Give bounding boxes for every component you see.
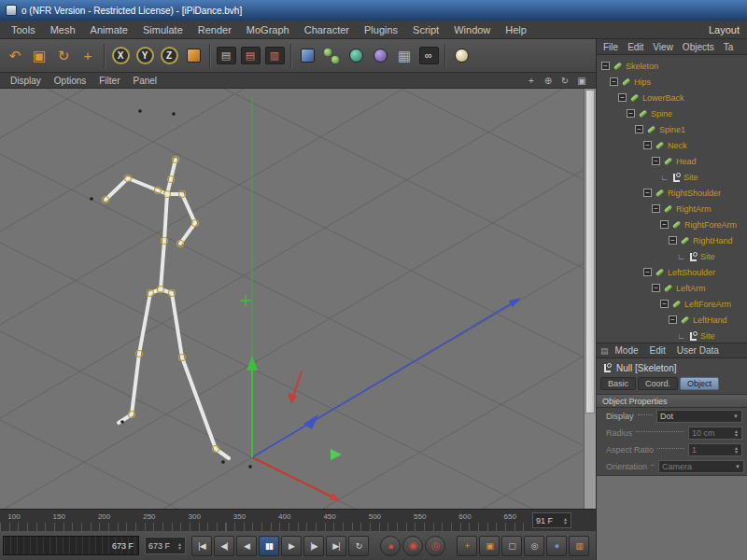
character-object-button[interactable] — [345, 43, 367, 69]
play-pause-button[interactable]: ▮▮ — [259, 536, 279, 556]
default-light-button[interactable] — [450, 43, 472, 69]
record-button[interactable]: ● — [380, 536, 401, 556]
move-tool-button[interactable]: + — [77, 43, 99, 69]
tree-item-lefthand[interactable]: −LeftHand — [599, 312, 747, 328]
tree-item-rightarm[interactable]: −RightArm — [599, 201, 747, 217]
expand-toggle[interactable]: − — [635, 125, 643, 133]
menu-script[interactable]: Script — [405, 22, 446, 37]
tab-coord-[interactable]: Coord. — [638, 377, 678, 390]
expand-toggle[interactable]: − — [618, 93, 627, 102]
expand-toggle[interactable]: − — [627, 109, 635, 118]
expand-toggle[interactable]: − — [601, 62, 610, 70]
tree-item-spine1[interactable]: −Spine1 — [599, 121, 747, 137]
expand-toggle[interactable]: − — [652, 204, 660, 213]
expand-toggle[interactable]: − — [669, 236, 677, 245]
manager-toggle-button[interactable]: ▥ — [569, 536, 589, 556]
tree-item-neck[interactable]: −Neck — [599, 137, 747, 153]
spinner-icon[interactable]: ▲▼ — [177, 542, 182, 550]
viewport-menu-filter[interactable]: Filter — [92, 76, 126, 86]
lock-z-button[interactable]: Z — [158, 43, 180, 69]
lock-y-button[interactable]: Y — [134, 43, 156, 69]
current-frame-field[interactable]: 673 F ▲▼ — [145, 537, 186, 554]
prev-frame-button[interactable]: ◀ — [236, 536, 257, 556]
pan-view-icon[interactable]: + — [525, 76, 538, 86]
floor-object-button[interactable]: ▦ — [393, 43, 416, 69]
key-scale-button[interactable]: ▣ — [479, 536, 500, 556]
property-input-radius[interactable]: 10 cm▲▼ — [688, 427, 742, 440]
constraint-button[interactable]: ∞ — [417, 43, 440, 69]
tree-item-spine[interactable]: −Spine — [599, 105, 747, 121]
tree-item-righthand[interactable]: −RightHand — [599, 232, 747, 248]
preview-range-field[interactable]: 91 F ▲▼ — [532, 512, 571, 528]
menu-mograph[interactable]: MoGraph — [239, 22, 297, 37]
zoom-view-icon[interactable]: ⊕ — [542, 76, 555, 86]
om-menu-edit[interactable]: Edit — [623, 42, 648, 52]
property-dropdown-display[interactable]: Dot▼ — [656, 410, 742, 423]
tree-item-leftforearm[interactable]: −LeftForeArm — [599, 296, 747, 312]
tree-item-hips[interactable]: −Hips — [599, 74, 747, 90]
viewport-menu-display[interactable]: Display — [4, 76, 48, 86]
selection-tool-button[interactable]: ▣ — [28, 43, 50, 69]
scrollbar-thumb[interactable] — [585, 90, 595, 413]
tree-item-lowerback[interactable]: −LowerBack — [599, 90, 747, 105]
viewport-menu-panel[interactable]: Panel — [127, 76, 164, 86]
tree-item-rightshoulder[interactable]: −RightShoulder — [599, 185, 747, 201]
spinner-icon[interactable]: ▲▼ — [563, 517, 568, 525]
tree-item-leftshoulder[interactable]: −LeftShoulder — [599, 264, 747, 280]
expand-toggle[interactable]: − — [643, 189, 652, 197]
menu-tools[interactable]: Tools — [4, 22, 43, 37]
key-rotation-button[interactable]: ▢ — [501, 536, 522, 556]
skeleton-object[interactable] — [90, 109, 252, 469]
spinner-icon[interactable]: ▲▼ — [734, 446, 739, 454]
menu-mesh[interactable]: Mesh — [43, 22, 83, 37]
render-settings-button[interactable]: ▥ — [263, 43, 286, 69]
loop-button[interactable]: ↻ — [348, 536, 369, 556]
rotate-view-icon[interactable]: ↻ — [558, 76, 571, 86]
menu-simulate[interactable]: Simulate — [135, 22, 190, 37]
maximize-view-icon[interactable]: ▣ — [575, 76, 588, 86]
expand-toggle[interactable]: − — [652, 157, 660, 165]
attr-menu-mode[interactable]: Mode — [611, 345, 643, 356]
attr-menu-user-data[interactable]: User Data — [672, 345, 724, 356]
tree-item-site[interactable]: ∟Site — [599, 328, 747, 343]
expand-toggle[interactable]: − — [660, 220, 669, 229]
spinner-icon[interactable]: ▲▼ — [734, 429, 739, 437]
render-view-button[interactable]: ▤ — [215, 43, 237, 69]
key-parameter-button[interactable]: ◎ — [524, 536, 544, 556]
tab-basic[interactable]: Basic — [600, 377, 636, 390]
coordinate-system-button[interactable] — [182, 43, 204, 69]
lock-x-button[interactable]: X — [109, 43, 132, 69]
tree-item-rightforearm[interactable]: −RightForeArm — [599, 217, 747, 232]
goto-start-button[interactable]: |◀ — [191, 536, 212, 556]
tree-item-skeleton[interactable]: −Skeleton — [599, 58, 747, 74]
tree-item-site[interactable]: ∟Site — [599, 248, 747, 264]
expand-toggle[interactable]: − — [660, 300, 669, 308]
prev-key-button[interactable]: ◀| — [214, 536, 234, 556]
next-frame-button[interactable]: ▶ — [281, 536, 302, 556]
layout-menu[interactable]: Layout — [709, 24, 743, 35]
rotate-tool-button[interactable]: ↻ — [52, 43, 75, 69]
timeline-scrubber[interactable]: 673 F — [3, 536, 139, 555]
menu-animate[interactable]: Animate — [83, 22, 135, 37]
tree-item-head[interactable]: −Head — [599, 153, 747, 169]
timeline-ruler[interactable]: 91 F ▲▼ 10015020025030035040045050055060… — [0, 509, 596, 531]
om-menu-ta[interactable]: Ta — [719, 42, 739, 52]
menu-character[interactable]: Character — [297, 22, 357, 37]
menu-help[interactable]: Help — [498, 22, 534, 37]
key-pla-button[interactable]: ● — [546, 536, 567, 556]
menu-render[interactable]: Render — [190, 22, 239, 37]
expand-toggle[interactable]: − — [643, 268, 652, 276]
om-menu-objects[interactable]: Objects — [678, 42, 719, 52]
viewport[interactable] — [0, 89, 584, 509]
om-menu-view[interactable]: View — [648, 42, 678, 52]
viewport-menu-options[interactable]: Options — [48, 76, 92, 86]
om-menu-file[interactable]: File — [599, 42, 623, 52]
move-gizmo[interactable] — [240, 295, 521, 501]
expand-toggle[interactable]: − — [652, 284, 660, 292]
render-picture-button[interactable]: ▤ — [239, 43, 261, 69]
expand-toggle[interactable]: − — [669, 315, 677, 324]
viewport-scrollbar[interactable] — [584, 89, 596, 509]
add-cube-button[interactable] — [296, 43, 318, 69]
autokey-button[interactable]: ◉ — [402, 536, 423, 556]
menu-window[interactable]: Window — [446, 22, 498, 37]
